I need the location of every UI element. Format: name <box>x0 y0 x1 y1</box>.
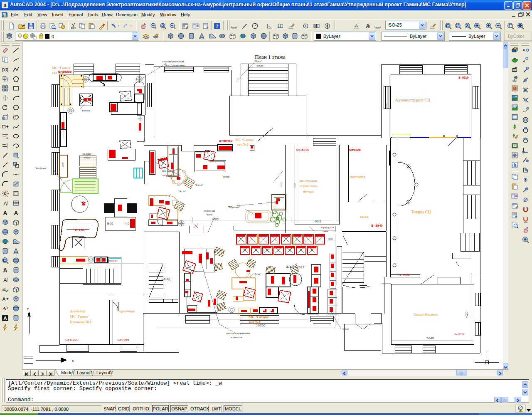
svg-text:S=9120: S=9120 <box>349 148 361 152</box>
svg-text:S=7055: S=7055 <box>118 338 129 342</box>
svg-text:4020: 4020 <box>465 311 468 318</box>
svg-text:5307: 5307 <box>294 183 296 188</box>
svg-text:X: X <box>466 23 469 28</box>
svg-text:‘Босс’: ‘Босс’ <box>254 59 262 63</box>
svg-text:S=3940: S=3940 <box>371 224 383 227</box>
svg-text:Директор: Директор <box>70 309 85 313</box>
svg-text:касса: касса <box>360 215 368 219</box>
svg-text:‘Агат’: ‘Агат’ <box>254 272 261 276</box>
svg-text:стол журнальный: стол журнальный <box>162 60 184 63</box>
svg-text:Layout2: Layout2 <box>96 370 113 375</box>
svg-text:Р-131: Р-131 <box>75 228 85 232</box>
svg-text:В-31: В-31 <box>107 222 113 225</box>
svg-text:0: 0 <box>52 34 54 39</box>
svg-text:План 1 этажа: План 1 этажа <box>255 54 286 60</box>
svg-text:A: A <box>3 267 7 274</box>
svg-text:Ж клуб ‘NET’: Ж клуб ‘NET’ <box>286 265 306 269</box>
svg-text:Администрация СЦ: Администрация СЦ <box>395 98 431 102</box>
svg-text:приемная: приемная <box>350 174 365 178</box>
svg-text:клиентов: клиентов <box>231 336 243 339</box>
svg-text:ПЮЧ-ИЗ: ПЮЧ-ИЗ <box>109 260 118 262</box>
svg-text:‘он-лайн’: ‘он-лайн’ <box>81 153 91 155</box>
svg-text:МС ‘Гамма’: МС ‘Гамма’ <box>70 314 89 319</box>
svg-text:S=15720: S=15720 <box>296 148 310 152</box>
svg-text:S=47840: S=47840 <box>399 274 410 276</box>
svg-text:‘Ригель’: ‘Ригель’ <box>81 109 91 112</box>
svg-text:A: A <box>3 277 7 283</box>
svg-text:стойка для: стойка для <box>204 210 215 212</box>
svg-text:связи: связи <box>323 230 329 232</box>
svg-text:‘Ва-Банк’: ‘Ва-Банк’ <box>35 167 47 170</box>
svg-text:зона обслуживания: зона обслуживания <box>226 331 250 335</box>
svg-text:5453: 5453 <box>280 182 283 187</box>
svg-text:A: A <box>2 296 5 301</box>
svg-text:2669: 2669 <box>62 162 64 167</box>
svg-text:3000: 3000 <box>385 103 388 108</box>
svg-text:Салон Жалюзи: Салон Жалюзи <box>414 312 438 316</box>
svg-text:сервисного: сервисного <box>300 184 318 188</box>
svg-text:ольха: ольха <box>256 64 264 67</box>
svg-text:мастерская: мастерская <box>300 178 317 183</box>
svg-text:Нанькова ВН: Нанькова ВН <box>70 320 91 324</box>
svg-text:зал №1: зал №1 <box>249 320 261 324</box>
svg-text:A: A <box>3 315 7 321</box>
svg-text:ab: ab <box>2 287 7 291</box>
svg-text:ВХОД: ВХОД <box>161 277 170 281</box>
svg-text:S=50450: S=50450 <box>219 139 233 143</box>
svg-text:S=11203: S=11203 <box>65 338 79 342</box>
svg-text:МС ‘Гамма’: МС ‘Гамма’ <box>52 66 71 70</box>
svg-text:A: A <box>14 210 18 216</box>
svg-text:10250: 10250 <box>256 324 266 327</box>
svg-text:A: A <box>2 306 7 311</box>
svg-text:Товары СЦ: Товары СЦ <box>411 210 431 214</box>
svg-text:центра: центра <box>303 189 314 193</box>
svg-text:A: A <box>3 210 7 216</box>
svg-text:‘Сити’: ‘Сити’ <box>195 183 203 187</box>
svg-text:‘Флай’: ‘Флай’ <box>222 175 230 178</box>
svg-text:‘Зебру’: ‘Зебру’ <box>83 156 91 159</box>
svg-text:X: X <box>71 359 74 363</box>
svg-text:‘Бруклин’: ‘Бруклин’ <box>228 205 240 209</box>
svg-text:S=9510: S=9510 <box>458 76 468 79</box>
svg-text:Y: Y <box>27 307 29 311</box>
svg-text:Ч-0: Ч-0 <box>125 222 129 225</box>
svg-text:?: ? <box>216 23 218 29</box>
svg-text:5649: 5649 <box>426 336 434 340</box>
svg-text:A: A <box>3 200 7 207</box>
svg-text:4045: 4045 <box>315 220 321 223</box>
svg-text:‘Босс’ радиально: ‘Босс’ радиально <box>164 64 185 67</box>
svg-text:МС ‘Гамма’: МС ‘Гамма’ <box>249 315 269 319</box>
svg-text:Layout1: Layout1 <box>77 370 93 375</box>
svg-text:МС ‘Гамма’: МС ‘Гамма’ <box>235 138 255 142</box>
svg-text:приемная: приемная <box>119 309 135 313</box>
svg-text:метал: метал <box>342 328 349 330</box>
svg-text:A: A <box>355 23 358 27</box>
svg-text:S=89505: S=89505 <box>58 70 72 74</box>
svg-text:часов: часов <box>207 213 212 216</box>
svg-text:A: A <box>366 23 369 29</box>
svg-text:‘Агат’: ‘Агат’ <box>178 190 186 193</box>
svg-text:S=22713: S=22713 <box>454 333 465 336</box>
svg-text:Model: Model <box>61 370 74 375</box>
svg-text:‘зебрано’: ‘зебрано’ <box>161 174 173 177</box>
svg-text:зал №2: зал №2 <box>237 142 248 146</box>
svg-text:коридор для: коридор для <box>321 226 334 229</box>
